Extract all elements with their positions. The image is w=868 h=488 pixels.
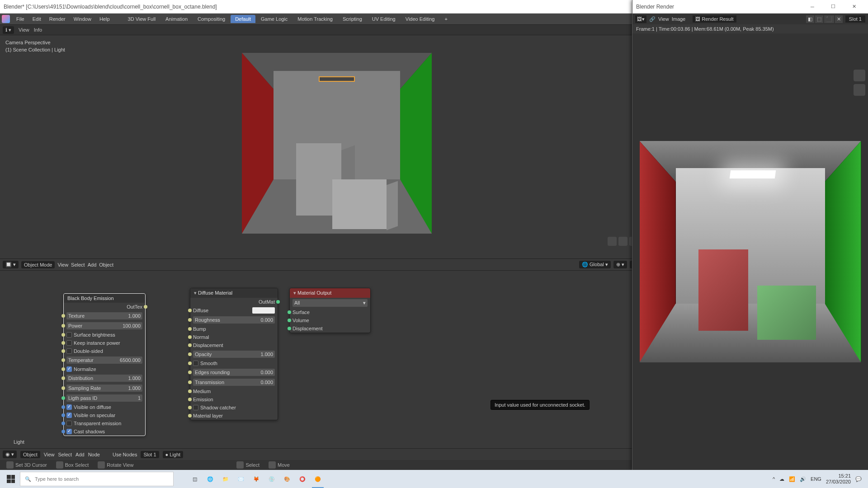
info-menu-view[interactable]: View — [19, 27, 29, 33]
render-pan-icon[interactable] — [854, 84, 865, 96]
render-minimize[interactable]: ─ — [802, 0, 823, 14]
mouse-left-icon — [236, 461, 244, 469]
ne-menu-node[interactable]: Node — [88, 452, 100, 457]
render-window: Blender Render ─ ☐ ✕ 🖼▾ 🔗 View Image 🖼 R… — [632, 0, 868, 470]
tray-volume-icon[interactable]: 🔊 — [800, 476, 806, 482]
menu-window[interactable]: Window — [70, 15, 95, 23]
menu-file[interactable]: File — [13, 15, 28, 23]
tray-notifications-icon[interactable]: 💬 — [855, 476, 862, 482]
tab-default[interactable]: Default — [231, 15, 255, 23]
tray-lang[interactable]: ENG — [811, 476, 821, 482]
tab-animation[interactable]: Animation — [161, 15, 192, 23]
tray-onedrive-icon[interactable]: ☁ — [779, 476, 784, 482]
viewport-footer: 🔲 ▾ Object Mode View Select Add Object 🌐… — [0, 258, 674, 270]
ne-menu-add[interactable]: Add — [75, 452, 85, 457]
node-material-output[interactable]: ▾ Material Output All▾ Surface Volume Di… — [289, 288, 371, 333]
tray-network-icon[interactable]: 📶 — [789, 476, 795, 482]
mouse-middle-icon — [98, 461, 105, 469]
tray-expand-icon[interactable]: ^ — [773, 476, 775, 482]
blender-logo-icon — [2, 15, 10, 23]
mouse-left-icon — [269, 461, 276, 469]
link-icon[interactable]: 🔗 — [649, 16, 656, 22]
ne-menu-view[interactable]: View — [44, 452, 55, 457]
node-editor-label: Light — [14, 439, 24, 445]
menu-edit[interactable]: Edit — [29, 15, 45, 23]
workspace-tabbar: 3D View Full Animation Compositing Defau… — [123, 15, 452, 23]
editor-type-info[interactable]: ℹ ▾ — [3, 26, 14, 34]
vp-menu-object[interactable]: Object — [99, 262, 113, 267]
taskbar-explorer[interactable]: 📁 — [218, 470, 233, 488]
taskbar-search[interactable]: 🔍Type here to search — [20, 472, 174, 486]
tab-videoediting[interactable]: Video Editing — [401, 15, 439, 23]
editor-type-image[interactable]: 🖼▾ — [635, 15, 646, 23]
windows-taskbar: 🔍Type here to search ◫ 🌐 📁 ✉️ 🦊 💿 🎨 ⭕ 🟠 … — [0, 470, 868, 488]
node-editor-footer: ◉ ▾ Object View Select Add Node Use Node… — [0, 448, 674, 460]
node-diffuse-material[interactable]: ▾ Diffuse Material OutMat Diffuse Roughn… — [190, 288, 278, 420]
viewport-overlay-text: Camera Perspective (1) Scene Collection … — [5, 39, 65, 53]
menu-render[interactable]: Render — [46, 15, 69, 23]
menu-help[interactable]: Help — [96, 15, 113, 23]
editor-type-node[interactable]: ◉ ▾ — [3, 450, 17, 458]
render-result-selector[interactable]: 🖼 Render Result — [693, 15, 736, 23]
transform-orient-selector[interactable]: 🌐 Global ▾ — [579, 261, 611, 268]
rendered-image — [640, 141, 861, 362]
mouse-left-icon — [56, 461, 63, 469]
taskbar-app2[interactable]: 🎨 — [279, 470, 295, 488]
node-editor[interactable]: Black Body Emission OutTex Texture1.000 … — [0, 270, 674, 460]
taskbar-edge[interactable]: 🌐 — [203, 470, 218, 488]
tab-motiontracking[interactable]: Motion Tracking — [293, 15, 337, 23]
slot-selector-render[interactable]: Slot 1 — [845, 15, 865, 23]
render-canvas[interactable] — [632, 33, 868, 470]
node-bbe-title[interactable]: Black Body Emission — [64, 294, 145, 303]
ne-mode-object[interactable]: Object — [20, 451, 40, 458]
taskbar-mail[interactable]: ✉️ — [233, 470, 249, 488]
3d-viewport[interactable]: Camera Perspective (1) Scene Collection … — [0, 35, 674, 270]
slot-selector[interactable]: Slot 1 — [141, 451, 159, 458]
tab-compositing[interactable]: Compositing — [193, 15, 230, 23]
node-black-body-emission[interactable]: Black Body Emission OutTex Texture1.000 … — [63, 293, 146, 436]
add-workspace-button[interactable]: + — [440, 15, 452, 23]
mouse-left-icon — [6, 461, 14, 469]
render-maximize[interactable]: ☐ — [823, 0, 844, 14]
overlay-toggle-icon[interactable] — [608, 237, 617, 246]
tab-3dviewfull[interactable]: 3D View Full — [123, 15, 160, 23]
taskbar-app1[interactable]: 💿 — [264, 470, 279, 488]
use-nodes-check[interactable] — [104, 452, 109, 457]
tab-scripting[interactable]: Scripting — [338, 15, 367, 23]
vp-menu-view[interactable]: View — [57, 262, 68, 267]
selected-light-object[interactable] — [319, 76, 355, 82]
editor-type-3dview[interactable]: 🔲 ▾ — [3, 261, 19, 268]
taskbar-blender[interactable]: 🟠 — [310, 470, 326, 488]
render-close[interactable]: ✕ — [844, 0, 864, 14]
render-window-title: Blender Render — [636, 4, 802, 10]
render-info-text: Frame:1 | Time:00:03.86 | Mem:68.61M (0.… — [632, 24, 868, 33]
ne-menu-select[interactable]: Select — [58, 452, 72, 457]
rw-menu-view[interactable]: View — [658, 16, 669, 22]
tray-clock[interactable]: 15:2127/03/2020 — [826, 473, 851, 485]
vp-menu-add[interactable]: Add — [88, 262, 97, 267]
cornell-box-scene — [242, 53, 432, 234]
ne-mat-selector[interactable]: ● Light — [163, 451, 184, 458]
search-icon: 🔍 — [25, 476, 31, 482]
info-menu-info[interactable]: Info — [34, 27, 42, 33]
render-zoom-icon[interactable] — [854, 70, 865, 81]
vp-menu-select[interactable]: Select — [71, 262, 85, 267]
pivot-selector[interactable]: ⊕ ▾ — [613, 261, 627, 268]
xray-toggle-icon[interactable] — [618, 237, 627, 246]
start-button[interactable] — [2, 470, 20, 488]
tooltip: Input value used for unconnected socket. — [491, 400, 590, 410]
taskbar-firefox[interactable]: 🦊 — [249, 470, 264, 488]
rw-menu-image[interactable]: Image — [672, 16, 686, 22]
tab-gamelogic[interactable]: Game Logic — [256, 15, 292, 23]
taskbar-app3[interactable]: ⭕ — [295, 470, 310, 488]
mode-selector[interactable]: Object Mode — [21, 261, 55, 268]
task-view-icon[interactable]: ◫ — [187, 470, 203, 488]
tab-uvediting[interactable]: UV Editing — [368, 15, 400, 23]
